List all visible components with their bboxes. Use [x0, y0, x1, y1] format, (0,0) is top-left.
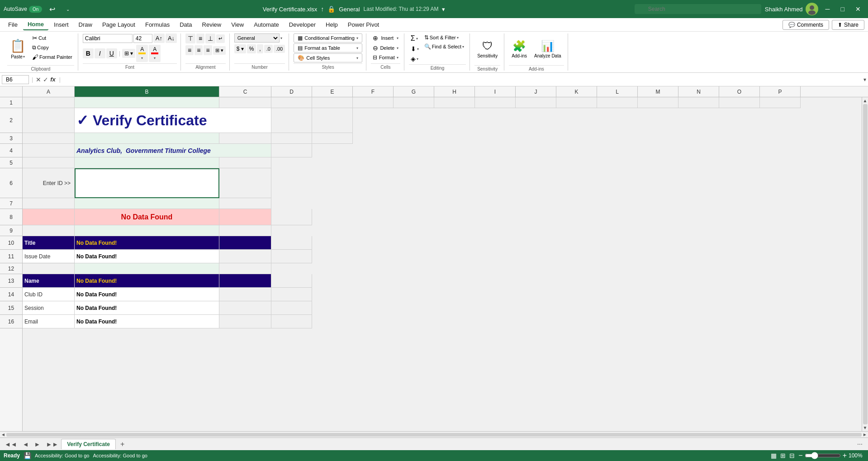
maximize-btn[interactable]: □	[837, 4, 848, 14]
menu-page-layout[interactable]: Page Layout	[98, 19, 140, 30]
cell-C14[interactable]	[219, 288, 271, 301]
cell-B16[interactable]: No Data Found!	[75, 315, 219, 328]
scroll-right-btn[interactable]: ►	[863, 432, 867, 437]
cell-G1[interactable]	[394, 97, 434, 108]
sheet-nav-next-btn[interactable]: ►	[32, 439, 43, 450]
percent-btn[interactable]: %	[247, 44, 256, 53]
row-header-10[interactable]: 10	[0, 236, 22, 250]
col-header-J[interactable]: J	[516, 86, 556, 97]
cell-C16[interactable]	[219, 315, 271, 328]
cell-A12[interactable]	[23, 263, 75, 274]
cell-A6[interactable]: Enter ID >>	[23, 168, 75, 198]
expand-formula-btn[interactable]: ▾	[863, 76, 866, 83]
font-size-input[interactable]	[133, 34, 152, 43]
cell-F1[interactable]	[353, 97, 394, 108]
number-format-select[interactable]: General	[234, 33, 280, 43]
wrap-text-btn[interactable]: ↵	[216, 34, 225, 43]
align-center-btn[interactable]: ≡	[194, 45, 203, 55]
redo-btn[interactable]: ⌄	[62, 5, 73, 14]
menu-insert[interactable]: Insert	[49, 19, 73, 30]
cell-D1[interactable]	[271, 97, 312, 108]
cell-A5[interactable]	[23, 157, 75, 168]
row-header-5[interactable]: 5	[0, 157, 22, 168]
cell-D8[interactable]	[271, 209, 312, 225]
cell-D2[interactable]	[271, 108, 312, 133]
copy-btn[interactable]: ⧉ Copy	[30, 43, 74, 52]
merge-btn[interactable]: ⊞ ▾	[213, 46, 226, 55]
menu-draw[interactable]: Draw	[74, 19, 97, 30]
align-top-btn[interactable]: ⊤	[185, 33, 195, 43]
cell-C11[interactable]	[219, 250, 271, 263]
cell-B8-no-data[interactable]: No Data Found	[75, 209, 219, 225]
sensitivity-btn[interactable]: 🛡 Sensitivity	[474, 33, 500, 64]
page-layout-view-btn[interactable]: ⊞	[780, 452, 786, 459]
cell-C9[interactable]	[219, 225, 271, 236]
v-scrollbar[interactable]: ▲ ▼	[862, 97, 868, 431]
comments-btn[interactable]: 💬Comments	[783, 20, 829, 30]
scroll-down-btn[interactable]: ▼	[863, 425, 868, 430]
menu-data[interactable]: Data	[175, 19, 196, 30]
cell-B7[interactable]	[75, 198, 219, 209]
col-header-E[interactable]: E	[312, 86, 353, 97]
row-header-8[interactable]: 8	[0, 209, 22, 225]
row-header-4[interactable]: 4	[0, 144, 22, 157]
row-header-2[interactable]: 2	[0, 108, 22, 133]
cell-A14[interactable]: Club ID	[23, 288, 75, 301]
cell-B11[interactable]: No Data Found!	[75, 250, 219, 263]
menu-power-pivot[interactable]: Power Pivot	[343, 19, 384, 30]
cell-E3[interactable]	[312, 133, 353, 144]
cell-B3[interactable]	[75, 133, 219, 144]
col-header-F[interactable]: F	[353, 86, 394, 97]
cell-N1[interactable]	[678, 97, 719, 108]
cell-C15[interactable]	[219, 301, 271, 315]
cell-A4[interactable]	[23, 144, 75, 157]
undo-btn[interactable]: ↩	[46, 3, 59, 15]
sum-btn[interactable]: Σ ▾	[409, 33, 421, 43]
menu-automate[interactable]: Automate	[249, 19, 284, 30]
row-header-1[interactable]: 1	[0, 97, 22, 108]
cell-D13[interactable]	[271, 274, 312, 288]
cell-B13[interactable]: No Data Found!	[75, 274, 219, 288]
cell-A2[interactable]	[23, 108, 75, 133]
cell-H1[interactable]	[434, 97, 475, 108]
cell-D4[interactable]	[271, 144, 312, 157]
cell-A8[interactable]	[23, 209, 75, 225]
cell-M1[interactable]	[638, 97, 678, 108]
cell-P1[interactable]	[760, 97, 801, 108]
cell-D14[interactable]	[271, 288, 312, 301]
col-header-H[interactable]: H	[434, 86, 475, 97]
scroll-left-btn[interactable]: ◄	[1, 432, 5, 437]
row-header-9[interactable]: 9	[0, 225, 22, 236]
row-header-13[interactable]: 13	[0, 274, 22, 288]
align-right-btn[interactable]: ≡	[204, 45, 212, 55]
cut-btn[interactable]: ✂ Cut	[30, 33, 74, 43]
cell-B1[interactable]	[75, 97, 219, 108]
col-header-O[interactable]: O	[719, 86, 760, 97]
cell-A10[interactable]: Title	[23, 236, 75, 250]
cell-D15[interactable]	[271, 301, 312, 315]
cell-I1[interactable]	[475, 97, 516, 108]
add-sheet-btn[interactable]: +	[117, 438, 128, 450]
confirm-formula-btn[interactable]: ✓	[43, 76, 48, 83]
decrease-font-btn[interactable]: A↓	[166, 33, 177, 43]
autosave-toggle[interactable]: On	[29, 6, 42, 13]
cell-D16[interactable]	[271, 315, 312, 328]
zoom-out-btn[interactable]: −	[798, 451, 802, 460]
col-header-A[interactable]: A	[23, 86, 75, 97]
fill-color-btn[interactable]: A ▾	[136, 45, 148, 62]
italic-btn[interactable]: I	[95, 48, 105, 58]
row-header-12[interactable]: 12	[0, 263, 22, 274]
cell-E2[interactable]	[312, 108, 353, 133]
cell-D3[interactable]	[271, 133, 312, 144]
align-bottom-btn[interactable]: ⊥	[205, 33, 215, 43]
cell-C8[interactable]	[219, 209, 271, 225]
menu-file[interactable]: File	[4, 19, 22, 30]
cell-A9[interactable]	[23, 225, 75, 236]
zoom-in-btn[interactable]: +	[843, 451, 847, 460]
cell-B4[interactable]: Analytics Club, Government Titumir Colle…	[75, 144, 271, 157]
cell-A11[interactable]: Issue Date	[23, 250, 75, 263]
cell-O1[interactable]	[719, 97, 760, 108]
sort-filter-btn[interactable]: ⇅ Sort & Filter ▾	[422, 33, 466, 42]
formula-input[interactable]	[64, 76, 862, 84]
row-header-6[interactable]: 6	[0, 168, 22, 198]
